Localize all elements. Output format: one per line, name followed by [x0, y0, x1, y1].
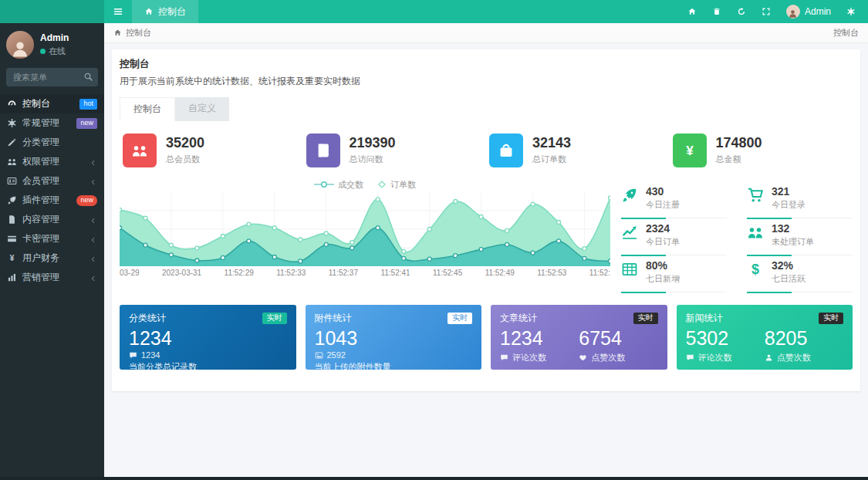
- breadcrumb[interactable]: 控制台: [113, 27, 151, 39]
- tab-active[interactable]: 控制台: [120, 97, 175, 121]
- x-tick-label: 11:52:37: [329, 269, 358, 277]
- yen-icon: ¥: [681, 142, 698, 159]
- breadcrumb-bar: 控制台 控制台: [104, 23, 868, 43]
- legend-item[interactable]: 订单数: [377, 179, 416, 191]
- mini-stat-label: 七日新增: [646, 273, 680, 285]
- legend-marker-icon: [314, 181, 334, 188]
- summary-card: 附件统计实时10432592当前上传的附件数量: [306, 305, 482, 370]
- avatar: [6, 31, 34, 59]
- sidebar-toggle-button[interactable]: [104, 0, 132, 23]
- app-root: Admin 在线 控制台hot常规管理new分类管理权限管理会员管理插件管理ne…: [0, 0, 868, 480]
- person-icon: [788, 8, 798, 19]
- stat-card: 32143总订单数: [486, 134, 670, 167]
- x-tick-label: 11:52:53: [537, 269, 566, 277]
- mini-stat-value: 132: [772, 222, 814, 235]
- stat-label: 总访问数: [350, 154, 396, 165]
- mini-stat-label: 未处理订单: [772, 236, 814, 248]
- home-icon: [687, 7, 697, 16]
- sidebar-user-name: Admin: [40, 32, 69, 43]
- topbar-user-menu[interactable]: Admin: [786, 5, 831, 19]
- tab-inactive[interactable]: 自定义: [175, 97, 229, 121]
- mini-stat-value: 321: [772, 185, 806, 198]
- sidebar-item-2[interactable]: 分类管理: [0, 133, 104, 152]
- card-description: 当前分类总记录数: [129, 361, 287, 370]
- mini-stat-label: 今日登录: [772, 199, 806, 211]
- topbar-trash-icon-button[interactable]: [712, 7, 721, 16]
- sidebar-search: [6, 68, 98, 86]
- chevron-left-icon: [90, 255, 97, 263]
- x-tick-label: 2023-03-31: [162, 269, 201, 277]
- summary-card: 新闻统计实时5302评论次数8205点赞次数: [677, 305, 853, 370]
- mini-stat: 321今日登录: [747, 181, 853, 218]
- sidebar-badge: hot: [79, 99, 97, 110]
- avatar: [786, 5, 800, 19]
- sidebar-item-6[interactable]: 内容管理: [0, 210, 104, 229]
- table-icon: [621, 261, 638, 278]
- stat-value: 219390: [350, 136, 396, 151]
- dashboard-tabs: 控制台自定义: [120, 97, 229, 121]
- chart-x-axis: 03-292023-03-3111:52:2911:52:3311:52:371…: [120, 269, 610, 277]
- chevron-left-icon: [90, 217, 97, 225]
- page-subtitle: 用于展示当前系统中的统计数据、统计报表及重要实时数据: [120, 75, 853, 88]
- mini-stat-label: 今日注册: [646, 199, 680, 211]
- topbar-tab-console[interactable]: 控制台: [132, 0, 198, 23]
- sidebar-item-1[interactable]: 常规管理new: [0, 113, 104, 133]
- sidebar-item-3[interactable]: 权限管理: [0, 152, 104, 171]
- chart-legend: 成交数订单数: [120, 178, 610, 191]
- card-title: 附件统计: [315, 312, 352, 325]
- line-chart-icon: [621, 224, 638, 241]
- topbar-expand-icon-button[interactable]: [762, 7, 771, 16]
- sidebar-item-8[interactable]: ¥用户财务: [0, 248, 104, 268]
- app-logo[interactable]: [0, 0, 104, 23]
- sidebar-item-0[interactable]: 控制台hot: [0, 94, 104, 113]
- id-card-icon: [7, 176, 17, 186]
- sidebar-user-info: Admin 在线: [40, 32, 69, 57]
- sidebar-user-status: 在线: [40, 46, 69, 57]
- sidebar-item-4[interactable]: 会员管理: [0, 171, 104, 191]
- summary-card: 分类统计实时12341234当前分类总记录数: [120, 305, 296, 370]
- realtime-badge: 实时: [633, 313, 658, 324]
- topbar-refresh-icon-button[interactable]: [737, 7, 746, 16]
- search-icon[interactable]: [83, 72, 93, 82]
- users-icon: [131, 142, 148, 159]
- sidebar-item-5[interactable]: 插件管理new: [0, 191, 104, 210]
- sidebar: Admin 在线 控制台hot常规管理new分类管理权限管理会员管理插件管理ne…: [0, 0, 104, 480]
- hamburger-icon: [113, 6, 123, 17]
- topbar-settings-button[interactable]: [846, 7, 856, 16]
- sidebar-item-label: 卡密管理: [22, 232, 84, 245]
- bottom-strip: [0, 477, 868, 480]
- content-area: 控制台 用于展示当前系统中的统计数据、统计报表及重要实时数据 控制台自定义 35…: [104, 43, 868, 480]
- sidebar-item-label: 权限管理: [22, 155, 84, 168]
- sidebar-item-label: 内容管理: [22, 213, 84, 226]
- comment-icon: [686, 353, 694, 362]
- sidebar-item-9[interactable]: 营销管理: [0, 268, 104, 287]
- middle-row: 成交数订单数 03-292023-03-3111:52:2911:52:3311…: [120, 178, 853, 292]
- mini-stats-grid: 430今日注册321今日登录2324今日订单132未处理订单80%七日新增$32…: [621, 178, 853, 292]
- x-tick-label: 11:52:: [589, 269, 610, 277]
- cart-icon: [747, 187, 764, 204]
- sidebar-item-7[interactable]: 卡密管理: [0, 229, 104, 248]
- x-tick-label: 11:52:45: [433, 269, 462, 277]
- trash-icon: [712, 7, 721, 16]
- card-col-label: 点赞次数: [777, 352, 811, 363]
- topbar-home-icon-button[interactable]: [687, 7, 697, 16]
- home-icon: [144, 7, 154, 16]
- stat-card: 219390总访问数: [303, 134, 487, 167]
- person-icon: [10, 39, 30, 59]
- area-chart: [120, 192, 610, 266]
- mini-stat-value: 430: [646, 185, 680, 198]
- user-icon: [765, 353, 773, 362]
- mini-stat: 132未处理订单: [747, 218, 853, 255]
- gear-icon: [846, 7, 856, 16]
- card-big-value: 8205: [765, 327, 843, 350]
- card-title: 分类统计: [129, 312, 166, 325]
- card-big-value: 6754: [579, 327, 657, 350]
- x-tick-label: 11:52:33: [276, 269, 306, 277]
- stat-value: 174800: [716, 136, 762, 151]
- mini-stat-value: 2324: [646, 222, 680, 235]
- chevron-left-icon: [90, 159, 97, 167]
- stat-label: 总会员数: [166, 154, 204, 165]
- mini-stat-value: 32%: [772, 259, 806, 272]
- legend-item[interactable]: 成交数: [314, 179, 363, 191]
- x-tick-label: 11:52:41: [380, 269, 410, 277]
